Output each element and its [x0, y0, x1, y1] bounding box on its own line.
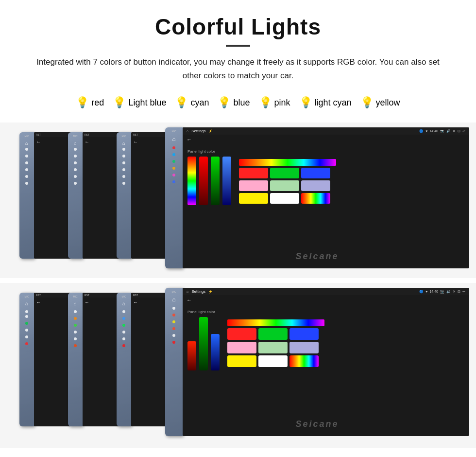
color-label-pink: pink — [274, 98, 290, 108]
yellow-bulb-icon: 💡 — [360, 96, 374, 109]
device-body-bot-3: MIC ⌂ — [117, 293, 131, 426]
lightblue-bulb-icon: 💡 — [113, 96, 126, 109]
cyan-bulb-icon: 💡 — [175, 96, 188, 109]
color-item-blue: 💡 blue — [218, 96, 250, 109]
blue-bulb-icon: 💡 — [218, 96, 231, 109]
color-item-red: 💡 red — [76, 96, 104, 109]
red-bulb-icon: 💡 — [76, 96, 89, 109]
settings-title-top: Settings — [191, 129, 205, 133]
title-divider — [226, 45, 250, 47]
device-body-3: MIC ⌂ — [117, 132, 131, 259]
watermark-bot: Seicane — [295, 419, 339, 429]
color-label-lightcyan: light cyan — [315, 98, 352, 108]
device-body-main-bot: MIC ⌂ — [165, 288, 183, 436]
page-title: Colorful Lights — [0, 0, 476, 45]
bottom-row-section: MIC ⌂ RST ← MIC ⌂ — [0, 283, 476, 448]
device-body-bot-2: MIC ⌂ — [68, 293, 83, 426]
time-bot: 14:40 — [429, 290, 438, 293]
device-body-main-top: MIC ⌂ — [165, 127, 183, 268]
panel-label-top: Panel light color — [187, 149, 231, 154]
description-text: Integrated with 7 colors of button indic… — [0, 55, 476, 92]
color-label-cyan: cyan — [190, 98, 209, 108]
color-item-pink: 💡 pink — [259, 96, 290, 109]
panel-label-bot: Panel light color — [187, 310, 220, 314]
device-body-2: MIC ⌂ — [68, 132, 83, 259]
color-list: 💡 red 💡 Light blue 💡 cyan 💡 blue 💡 pink … — [0, 92, 476, 123]
color-item-yellow: 💡 yellow — [360, 96, 400, 109]
device-body-1: MIC ⌂ — [19, 132, 34, 259]
color-item-lightblue: 💡 Light blue — [113, 96, 166, 109]
device-bot-main: MIC ⌂ ⌂ Settings ⚡ 🔵 — [165, 288, 469, 436]
lightcyan-bulb-icon: 💡 — [299, 96, 312, 109]
color-label-yellow: yellow — [376, 98, 400, 108]
settings-title-bot: Settings — [191, 289, 205, 294]
pink-bulb-icon: 💡 — [259, 96, 272, 109]
time-top: 14:40 — [429, 129, 438, 133]
watermark-top: Seicane — [295, 251, 339, 262]
top-row-section: MIC ⌂ RST ← MIC ⌂ — [0, 123, 476, 278]
device-body-bot-1: MIC ⌂ — [19, 293, 34, 426]
color-label-red: red — [91, 98, 104, 108]
color-item-lightcyan: 💡 light cyan — [299, 96, 352, 109]
color-label-lightblue: Light blue — [128, 98, 166, 108]
main-screen-top: ⌂ Settings ⚡ 🔵 ♥ 14:40 📷 🔊 ✕ ⊡ ↩ — [183, 127, 469, 268]
device-top-main: MIC ⌂ ⌂ Settings ⚡ 🔵 — [165, 127, 469, 268]
main-screen-bot: ⌂ Settings ⚡ 🔵 ♥ 14:40 📷 🔊 ✕ ⊡ ↩ — [183, 288, 469, 436]
color-item-cyan: 💡 cyan — [175, 96, 209, 109]
color-label-blue: blue — [233, 98, 250, 108]
